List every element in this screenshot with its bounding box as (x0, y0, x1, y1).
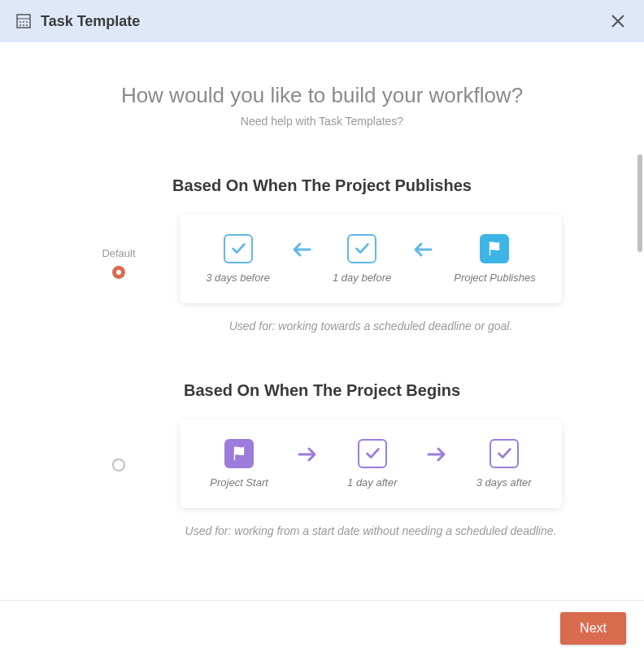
step-1day-after: 1 day after (347, 439, 397, 489)
close-button[interactable] (608, 11, 628, 31)
main-heading: How would you like to build your workflo… (33, 83, 611, 108)
arrow-left-icon (411, 241, 434, 262)
option-publishes-row: Default 3 days before (33, 215, 611, 332)
close-icon (611, 14, 625, 28)
header-left: Task Template (16, 13, 140, 30)
modal-title: Task Template (41, 13, 140, 30)
next-button[interactable]: Next (560, 612, 626, 645)
svg-point-3 (23, 21, 24, 23)
step-label: 3 days after (476, 476, 532, 489)
radio-begins[interactable] (112, 458, 125, 471)
arrow-right-icon (425, 445, 448, 467)
step-label: Project Publishes (454, 272, 535, 284)
help-link[interactable]: Need help with Task Templates? (33, 115, 611, 128)
step-project-publishes: Project Publishes (454, 234, 535, 284)
check-icon (224, 234, 253, 263)
arrow-right-icon (296, 445, 319, 467)
step-3days-before: 3 days before (206, 234, 270, 284)
svg-point-6 (23, 24, 24, 26)
option-publishes-radio-col: Default (82, 215, 155, 279)
step-project-start: Project Start (210, 439, 268, 489)
modal-header: Task Template (0, 0, 644, 42)
option-publishes: Based On When The Project Publishes Defa… (33, 176, 611, 332)
check-icon (490, 439, 519, 468)
option-begins: Based On When The Project Begins Project… (33, 381, 611, 537)
radio-default-label: Default (102, 247, 135, 259)
check-icon (347, 234, 376, 263)
option-begins-title: Based On When The Project Begins (33, 381, 611, 400)
svg-point-2 (20, 21, 21, 23)
scrollbar-thumb[interactable] (637, 154, 642, 252)
svg-point-5 (20, 24, 21, 26)
option-begins-radio-col (82, 419, 155, 471)
svg-point-4 (26, 21, 28, 23)
step-label: 3 days before (206, 272, 270, 284)
step-label: Project Start (210, 476, 268, 489)
option-publishes-card-wrap: 3 days before 1 day before (180, 215, 562, 332)
svg-point-7 (26, 24, 28, 26)
flag-icon (480, 234, 509, 263)
arrow-left-icon (290, 241, 313, 262)
step-1day-before: 1 day before (333, 234, 391, 284)
option-begins-card-wrap: Project Start 1 day after (180, 419, 562, 537)
task-template-modal: Task Template How would you like to buil… (0, 0, 644, 656)
check-icon (358, 439, 387, 468)
option-begins-caption: Used for: working from a start date with… (180, 524, 562, 537)
option-publishes-title: Based On When The Project Publishes (33, 176, 611, 195)
template-icon (16, 14, 31, 28)
option-publishes-caption: Used for: working towards a scheduled de… (180, 319, 562, 332)
option-begins-card[interactable]: Project Start 1 day after (180, 419, 562, 508)
step-label: 1 day before (333, 272, 391, 284)
option-publishes-card[interactable]: 3 days before 1 day before (180, 215, 562, 303)
modal-content: How would you like to build your workflo… (0, 42, 644, 600)
modal-footer: Next (0, 600, 644, 656)
step-label: 1 day after (347, 476, 397, 489)
option-begins-row: Project Start 1 day after (33, 419, 611, 537)
flag-icon (224, 439, 254, 468)
step-3days-after: 3 days after (476, 439, 532, 489)
radio-publishes[interactable] (112, 266, 125, 279)
